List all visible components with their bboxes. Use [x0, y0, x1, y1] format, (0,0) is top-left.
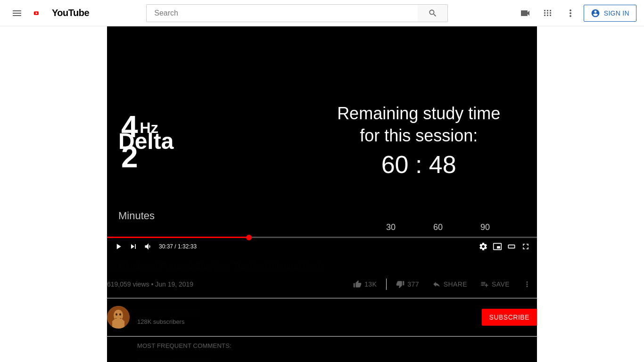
channel-left: Jody Hatton's Videos 128K subscribers [107, 306, 199, 329]
search-form [146, 4, 448, 22]
share-button[interactable]: SHARE [427, 276, 473, 292]
header-right: SIGN IN [516, 4, 636, 23]
more-actions-button[interactable] [517, 276, 537, 292]
sign-in-label: SIGN IN [604, 9, 629, 17]
video-left-overlay: 4 2 Hz Delta Minutes [107, 26, 322, 255]
dislike-count: 377 [407, 280, 419, 288]
video-actions: 13K 377 SHARE [347, 276, 537, 292]
most-frequent-label: MOST FREQUENT COMMENTS: [137, 342, 537, 349]
search-area [125, 4, 469, 22]
video-stats: 619,059 views • Jun 19, 2019 [107, 280, 193, 288]
svg-point-5 [119, 313, 121, 316]
video-player[interactable]: 4 2 Hz Delta Minutes [107, 26, 537, 255]
channel-name[interactable]: Jody Hatton's Videos [137, 309, 199, 319]
description-area: MOST FREQUENT COMMENTS: 1) "I can't hear… [107, 337, 537, 362]
play-button[interactable] [112, 240, 125, 253]
hamburger-menu-button[interactable] [8, 4, 26, 23]
timeline-markers: 30 60 90 [107, 222, 537, 232]
miniplayer-button[interactable] [491, 240, 504, 253]
video-title: 90 Minutes of Focused Studying: The Best… [107, 261, 537, 272]
description-comment-1: 1) "I can't hear anything!" [137, 357, 537, 362]
settings-button[interactable] [477, 240, 490, 253]
theater-mode-button[interactable] [505, 240, 518, 253]
video-meta-row: 619,059 views • Jun 19, 2019 13K [107, 276, 537, 298]
more-options-button[interactable] [561, 4, 580, 23]
like-count: 13K [364, 280, 377, 288]
search-input[interactable] [146, 4, 418, 22]
fullscreen-button[interactable] [519, 240, 532, 253]
video-info: 90 Minutes of Focused Studying: The Best… [107, 255, 537, 362]
video-content: 4 2 Hz Delta Minutes [107, 26, 537, 255]
like-dislike-separator [386, 279, 387, 290]
video-player-container: 4 2 Hz Delta Minutes [107, 26, 537, 362]
subscribe-button[interactable]: SUBSCRIBE [482, 309, 537, 326]
delta-text: Delta [118, 128, 173, 154]
header-left: YouTube [8, 4, 102, 23]
next-button[interactable] [127, 240, 140, 253]
search-button[interactable] [418, 4, 448, 22]
apps-button[interactable] [538, 4, 557, 23]
timeline-90: 90 [480, 222, 490, 232]
youtube-logo[interactable]: YouTube [34, 8, 89, 19]
avatar-image [107, 306, 130, 329]
dislike-button[interactable]: 377 [390, 276, 425, 292]
main-content: 4 2 Hz Delta Minutes [96, 26, 548, 362]
svg-rect-7 [112, 321, 124, 329]
video-controls: 30:37 / 1:32:33 [107, 238, 537, 255]
channel-avatar[interactable] [107, 306, 130, 329]
like-button[interactable]: 13K [347, 276, 382, 292]
header: YouTube [0, 0, 644, 26]
upload-button[interactable] [516, 4, 535, 23]
sign-in-button[interactable]: SIGN IN [584, 5, 636, 22]
volume-button[interactable] [142, 240, 155, 253]
timeline-60: 60 [433, 222, 443, 232]
timeline-30: 30 [386, 222, 396, 232]
share-label: SHARE [444, 280, 467, 288]
video-right-overlay: Remaining study time for this session: 6… [300, 26, 537, 255]
minutes-label: Minutes [118, 210, 155, 222]
svg-point-4 [116, 313, 117, 316]
channel-row: Jody Hatton's Videos 128K subscribers SU… [107, 298, 537, 337]
time-display: 30:37 / 1:32:33 [159, 243, 197, 250]
channel-subscribers: 128K subscribers [137, 318, 199, 325]
channel-info: Jody Hatton's Videos 128K subscribers [137, 309, 199, 326]
controls-right [477, 240, 532, 253]
remaining-title: Remaining study time for this session: [337, 103, 500, 147]
remaining-time: 60 : 48 [381, 150, 456, 179]
save-label: SAVE [492, 280, 510, 288]
save-button[interactable]: SAVE [475, 276, 515, 292]
youtube-wordmark: YouTube [52, 8, 89, 18]
